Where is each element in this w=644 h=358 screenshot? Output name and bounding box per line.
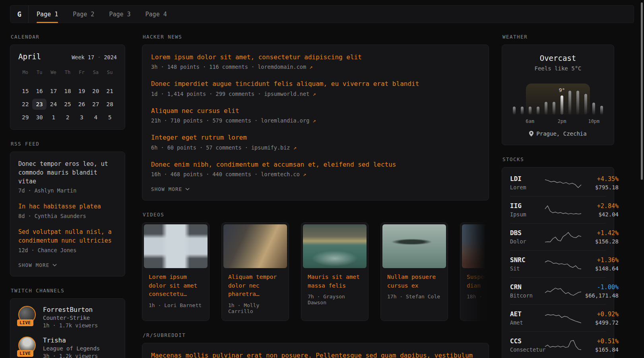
hn-item-title[interactable]: Donec imperdiet augue tincidunt felis al…: [151, 80, 480, 88]
hn-item-title[interactable]: Integer eget rutrum lorem: [151, 133, 480, 142]
video-title[interactable]: Lorem ipsum dolor sit amet consectetu…: [149, 273, 203, 299]
page-tab[interactable]: Page 3: [109, 6, 130, 23]
weather-hour-column: [574, 77, 582, 115]
stocks-widget: LDI Lorem +4.35% $795.18: [502, 167, 614, 358]
stock-row[interactable]: AET Amet +0.92% $499.72: [510, 304, 606, 331]
subreddit-section: /R/SUBREDDIT Maecenas mollis pulvinar er…: [142, 332, 489, 358]
calendar-dow: We: [47, 68, 60, 78]
rss-item-title[interactable]: Donec tempor eros leo, ut commodo mauris…: [18, 160, 117, 186]
weather-bar: [600, 106, 603, 115]
calendar-day: 25: [60, 99, 74, 110]
stock-sparkline: [544, 176, 582, 190]
video-title[interactable]: Nullam posuere cursus ex: [387, 273, 441, 290]
video-card[interactable]: Lorem ipsum dolor sit amet consectetu… 1…: [142, 222, 209, 321]
stock-name: Bitcorn: [510, 292, 544, 299]
video-thumbnail: [462, 224, 489, 268]
calendar-dow: Su: [103, 68, 117, 78]
right-column: WEATHER Overcast Feels like 5°C: [502, 34, 614, 358]
reddit-post: Maecenas mollis pulvinar erat non posuer…: [151, 351, 480, 358]
calendar-dow: Sa: [89, 68, 103, 78]
stock-row[interactable]: CCS Consectetur +0.51% $165.84: [510, 331, 606, 358]
app-logo[interactable]: G: [10, 6, 29, 23]
stock-change-percent: +0.51%: [582, 338, 619, 345]
rss-item-title[interactable]: In hac habitasse platea: [18, 202, 117, 211]
rss-item: In hac habitasse platea 8d · Cynthia Sau…: [18, 202, 117, 219]
video-title[interactable]: Aliquam tempor dolor nec pharetra…: [228, 273, 282, 299]
page-tab[interactable]: Page 1: [37, 6, 58, 23]
rss-widget: Donec tempor eros leo, ut commodo mauris…: [10, 152, 125, 276]
weather-bar: [584, 94, 587, 115]
weather-time-label: 2pm: [558, 119, 566, 124]
section-label-hn: HACKER NEWS: [143, 34, 489, 40]
rss-item: Donec tempor eros leo, ut commodo mauris…: [18, 160, 117, 194]
hn-item-title[interactable]: Aliquam nec cursus elit: [151, 107, 480, 115]
video-meta: 17h · Stefan Cole: [387, 294, 441, 300]
weather-hour-column: [550, 77, 558, 115]
stock-price: $165.84: [582, 346, 619, 353]
stock-name: Ipsum: [510, 211, 544, 218]
page-scrollbar-thumb[interactable]: [641, 2, 643, 180]
calendar-day: 30: [32, 112, 46, 123]
calendar-grid: 1516171819202122232425262728293012345: [18, 86, 117, 123]
weather-bar: [545, 102, 547, 115]
calendar-day: 20: [89, 86, 103, 97]
hn-item-title[interactable]: Lorem ipsum dolor sit amet, consectetur …: [151, 53, 480, 62]
weather-bar: [592, 103, 595, 115]
video-card[interactable]: Mauris sit amet massa felis 7h · Grayson…: [301, 222, 369, 321]
video-card[interactable]: Suspendisse diam 18h · Tara: [460, 222, 489, 321]
twitch-channel-row[interactable]: LIVE Trisha League of Legends 3h · 1.2k …: [18, 337, 117, 358]
section-label-twitch: TWITCH CHANNELS: [11, 288, 125, 294]
calendar-week-year: Week 17 · 2024: [72, 54, 117, 60]
stock-sparkline: [544, 284, 582, 298]
weather-widget: Overcast Feels like 5°C: [502, 45, 614, 145]
stock-row[interactable]: SNRC Sit +1.36% $148.64: [510, 250, 606, 277]
rss-item-meta: 12d · Chance Jones: [18, 247, 117, 253]
section-label-videos: VIDEOS: [143, 212, 489, 218]
weather-time-label: 6am: [526, 119, 534, 124]
calendar-day: 19: [75, 86, 89, 97]
page-tab[interactable]: Page 2: [73, 6, 94, 23]
hn-show-more-button[interactable]: SHOW MORE: [151, 186, 190, 192]
live-badge: LIVE: [17, 350, 33, 357]
video-title[interactable]: Mauris sit amet massa felis: [308, 273, 362, 290]
hn-item-meta: 3h · 148 points · 116 comments · loremdo…: [151, 64, 480, 70]
weather-bar: [568, 91, 571, 115]
hn-item: Lorem ipsum dolor sit amet, consectetur …: [151, 53, 480, 70]
video-card[interactable]: Aliquam tempor dolor nec pharetra… 1h · …: [221, 222, 289, 321]
stock-sparkline: [544, 339, 582, 352]
stock-name: Dolor: [510, 238, 544, 245]
stock-row[interactable]: CRN Bitcorn -1.00% $66,171.48: [510, 277, 606, 304]
hacker-news-widget: Lorem ipsum dolor sit amet, consectetur …: [142, 45, 489, 200]
stocks-section: STOCKS LDI Lorem +4.35%: [502, 156, 614, 358]
hn-item-title[interactable]: Donec enim nibh, condimentum et accumsan…: [151, 160, 480, 169]
stock-row[interactable]: LDI Lorem +4.35% $795.18: [510, 169, 606, 196]
rss-item-title[interactable]: Sed volutpat nulla nisl, a condimentum n…: [18, 228, 117, 245]
stock-ticker: DBS: [510, 229, 544, 237]
rss-show-more-button[interactable]: SHOW MORE: [18, 262, 57, 268]
hn-item: Aliquam nec cursus elit 21h · 710 points…: [151, 107, 480, 124]
calendar-day: 28: [103, 99, 117, 110]
twitch-channel-row[interactable]: LIVE ForrestBurton Counter-Strike 1h · 1…: [18, 306, 117, 329]
reddit-post-title[interactable]: Maecenas mollis pulvinar erat non posuer…: [151, 351, 480, 358]
hn-item-meta: 21h · 710 points · 579 comments · loreml…: [151, 117, 480, 124]
video-title[interactable]: Suspendisse diam: [467, 273, 489, 290]
stock-ticker: LDI: [510, 175, 544, 183]
stock-row[interactable]: IIG Ipsum +2.84% $42.04: [510, 196, 606, 223]
page-tab[interactable]: Page 4: [145, 6, 167, 23]
rss-item-meta: 8d · Cynthia Saunders: [18, 213, 117, 219]
stock-row[interactable]: DBS Dolor +1.42% $156.28: [510, 223, 606, 250]
calendar-day: 4: [89, 112, 103, 123]
video-card[interactable]: Nullam posuere cursus ex 17h · Stefan Co…: [380, 222, 448, 321]
weather-feels-like: Feels like 5°C: [510, 65, 606, 72]
top-nav: G Page 1Page 2Page 3Page 4: [10, 5, 634, 23]
weather-hour-column: 9°: [558, 77, 566, 115]
external-link-icon: ↗: [312, 117, 316, 124]
calendar-day: 3: [75, 112, 89, 123]
calendar-day: 26: [75, 99, 89, 110]
stock-sparkline: [544, 311, 582, 325]
stock-ticker: SNRC: [510, 256, 544, 264]
location-pin-icon: [529, 131, 533, 136]
videos-section: VIDEOS Lorem ipsum dolor sit amet consec…: [142, 212, 489, 321]
weather-hour-column: [542, 77, 550, 115]
section-label-subreddit: /R/SUBREDDIT: [143, 332, 489, 338]
